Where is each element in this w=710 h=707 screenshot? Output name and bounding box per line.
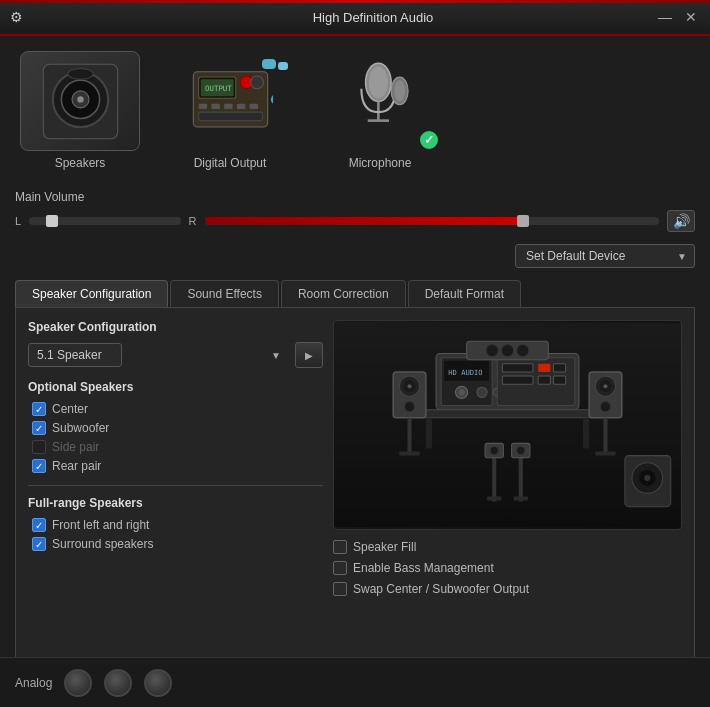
side-pair-checkbox[interactable] [32, 440, 46, 454]
tab-speaker-configuration[interactable]: Speaker Configuration [15, 280, 168, 307]
speaker-system-svg: HD AUDIO [334, 321, 681, 529]
tab-room-correction[interactable]: Room Correction [281, 280, 406, 307]
bass-management-row: Enable Bass Management [333, 561, 682, 575]
center-label: Center [52, 402, 88, 416]
surround-checkbox[interactable] [32, 537, 46, 551]
svg-rect-15 [236, 103, 245, 108]
digital-output-label: Digital Output [194, 156, 267, 170]
svg-point-24 [394, 80, 405, 101]
svg-point-49 [404, 402, 414, 412]
svg-rect-39 [553, 364, 565, 372]
front-lr-checkbox[interactable] [32, 518, 46, 532]
tab-sound-effects[interactable]: Sound Effects [170, 280, 279, 307]
digital-output-device[interactable]: OUTPUT Digital Outp [165, 46, 295, 175]
rear-pair-label: Rear pair [52, 459, 101, 473]
balance-slider[interactable] [29, 217, 180, 225]
svg-point-48 [407, 384, 411, 388]
right-panel: HD AUDIO [333, 320, 682, 603]
config-row: 5.1 Speaker Stereo Quadraphonic 7.1 Spea… [28, 342, 323, 368]
svg-point-20 [368, 66, 387, 98]
panel: Speaker Configuration 5.1 Speaker Stereo… [15, 308, 695, 658]
optional-speakers-section: Optional Speakers Center Subwoofer Side … [28, 380, 323, 473]
microphone-icon [338, 59, 423, 144]
svg-point-11 [250, 76, 263, 89]
svg-rect-37 [502, 376, 533, 384]
bass-management-label: Enable Bass Management [353, 561, 494, 575]
full-range-section: Full-range Speakers Front left and right… [28, 496, 323, 551]
gear-icon[interactable]: ⚙ [10, 9, 23, 25]
microphone-device[interactable]: ✓ Microphone [315, 46, 445, 175]
speaker-config-title: Speaker Configuration [28, 320, 323, 334]
window-controls: — ✕ [656, 8, 700, 26]
svg-rect-14 [224, 103, 233, 108]
svg-point-18 [270, 91, 272, 106]
right-label: R [189, 215, 197, 227]
svg-point-61 [501, 344, 513, 356]
subwoofer-row: Subwoofer [28, 421, 323, 435]
svg-text:HD AUDIO: HD AUDIO [448, 368, 482, 377]
analog-indicator-3[interactable] [144, 669, 172, 697]
config-select-wrap[interactable]: 5.1 Speaker Stereo Quadraphonic 7.1 Spea… [28, 343, 289, 367]
analog-indicator-2[interactable] [104, 669, 132, 697]
volume-thumb[interactable] [517, 215, 529, 227]
svg-point-32 [477, 387, 487, 397]
optional-speakers-title: Optional Speakers [28, 380, 323, 394]
minimize-button[interactable]: — [656, 8, 674, 26]
close-button[interactable]: ✕ [682, 8, 700, 26]
svg-rect-50 [407, 418, 411, 454]
svg-rect-68 [487, 496, 501, 500]
speakers-device[interactable]: Speakers [15, 46, 145, 175]
volume-label: Main Volume [15, 190, 695, 204]
default-device-select[interactable]: Set Default Device [515, 244, 695, 268]
left-label: L [15, 215, 21, 227]
svg-rect-67 [492, 456, 496, 502]
svg-rect-38 [538, 364, 550, 372]
volume-section: Main Volume L R 🔊 [15, 190, 695, 232]
default-device-select-wrap[interactable]: Set Default Device [515, 244, 695, 268]
subwoofer-checkbox[interactable] [32, 421, 46, 435]
svg-point-55 [603, 384, 607, 388]
full-range-title: Full-range Speakers [28, 496, 323, 510]
digital-output-icon: OUTPUT [188, 59, 273, 144]
swap-center-row: Swap Center / Subwoofer Output [333, 582, 682, 596]
center-checkbox[interactable] [32, 402, 46, 416]
svg-point-66 [644, 475, 650, 481]
svg-point-70 [490, 446, 498, 454]
volume-slider[interactable] [205, 217, 659, 225]
front-lr-row: Front left and right [28, 518, 323, 532]
svg-rect-13 [211, 103, 220, 108]
svg-rect-36 [502, 364, 533, 372]
svg-rect-44 [583, 418, 589, 449]
subwoofer-label: Subwoofer [52, 421, 109, 435]
left-panel: Speaker Configuration 5.1 Speaker Stereo… [28, 320, 323, 603]
panel-inner: Speaker Configuration 5.1 Speaker Stereo… [28, 320, 682, 603]
analog-indicator-1[interactable] [64, 669, 92, 697]
divider [28, 485, 323, 486]
speaker-icon [38, 59, 123, 144]
bass-management-checkbox[interactable] [333, 561, 347, 575]
speaker-fill-row: Speaker Fill [333, 540, 682, 554]
svg-rect-58 [595, 452, 615, 456]
microphone-label: Microphone [349, 156, 412, 170]
default-device-row: Set Default Device [15, 244, 695, 268]
speaker-fill-label: Speaker Fill [353, 540, 416, 554]
mute-button[interactable]: 🔊 [667, 210, 695, 232]
svg-point-31 [459, 389, 465, 395]
rear-pair-row: Rear pair [28, 459, 323, 473]
right-options: Speaker Fill Enable Bass Management Swap… [333, 540, 682, 596]
balance-thumb-left[interactable] [46, 215, 58, 227]
tab-default-format[interactable]: Default Format [408, 280, 521, 307]
rear-pair-checkbox[interactable] [32, 459, 46, 473]
svg-point-60 [486, 344, 498, 356]
speaker-fill-checkbox[interactable] [333, 540, 347, 554]
swap-center-checkbox[interactable] [333, 582, 347, 596]
play-button[interactable]: ▶ [295, 342, 323, 368]
svg-rect-17 [198, 112, 262, 121]
svg-point-62 [517, 344, 529, 356]
speaker-config-select[interactable]: 5.1 Speaker Stereo Quadraphonic 7.1 Spea… [28, 343, 122, 367]
svg-rect-41 [553, 376, 565, 384]
surround-label: Surround speakers [52, 537, 153, 551]
svg-rect-51 [399, 452, 419, 456]
window-title: High Definition Audio [90, 10, 656, 25]
svg-rect-72 [514, 496, 528, 500]
